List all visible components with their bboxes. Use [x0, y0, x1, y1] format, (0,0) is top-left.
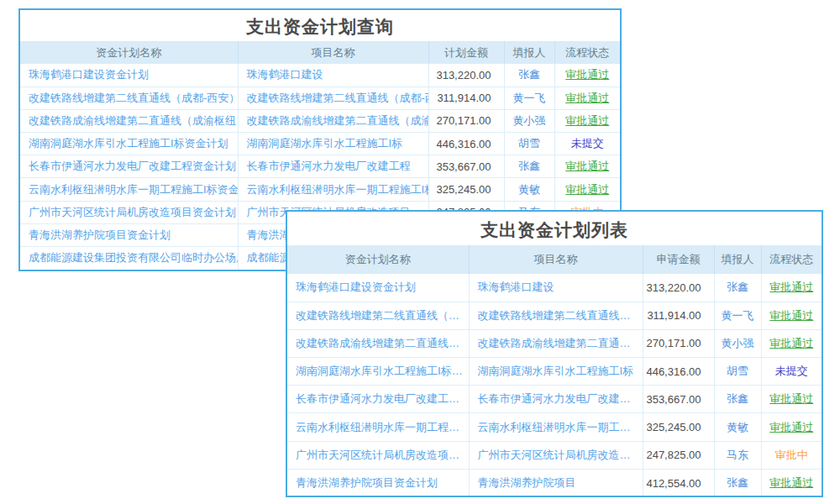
amount-cell: 311,914.00 [428, 87, 504, 109]
list-table: 资金计划名称 项目名称 申请金额 填报人 流程状态 珠海鹤港口建设资金计划 珠海… [287, 245, 822, 497]
project-name-link[interactable]: 长春市伊通河水力发电厂改建工程 [238, 155, 428, 178]
amount-cell: 325,245.00 [428, 178, 504, 201]
table-row: 改建铁路线增建第二线直通线（成都-西安）电力 改建铁路线增建第二线直通线（成都-… [20, 87, 620, 109]
amount-cell: 353,667.00 [428, 155, 504, 178]
table-row: 青海洪湖养护院项目资金计划 青海洪湖养护院项目 412,554.00 张鑫 审批… [287, 469, 822, 496]
amount-cell: 270,171.00 [643, 329, 714, 357]
project-name-link[interactable]: 湖南洞庭湖水库引水工程施工I标 [469, 358, 643, 386]
reporter-cell: 黄一飞 [714, 302, 761, 329]
table-row: 广州市天河区统计局机房改造项目资金计划 广州市天河区统计局机房改造项目 247,… [287, 441, 822, 469]
project-name-link[interactable]: 广州市天河区统计局机房改造项目 [469, 441, 643, 469]
header-row: 资金计划名称 项目名称 申请金额 填报人 流程状态 [287, 245, 822, 274]
table-row: 珠海鹤港口建设资金计划 珠海鹤港口建设 313,220.00 张鑫 审批通过 [20, 64, 620, 87]
status-link[interactable]: 审批通过 [761, 274, 822, 302]
col-header-apply-amount: 申请金额 [643, 245, 714, 274]
status-link[interactable]: 审批通过 [761, 413, 822, 441]
amount-cell: 270,171.00 [428, 109, 504, 132]
reporter-cell: 张鑫 [504, 64, 554, 87]
project-name-link[interactable]: 云南水利枢纽潜明水库一期工程施工I标 [238, 178, 428, 201]
status-link[interactable]: 审批通过 [761, 302, 822, 329]
status-link[interactable]: 审批通过 [554, 87, 620, 109]
status-link[interactable]: 审批通过 [554, 109, 620, 132]
table-row: 湖南洞庭湖水库引水工程施工I标资金计划 湖南洞庭湖水库引水工程施工I标 446,… [20, 133, 620, 155]
reporter-cell: 马东 [714, 441, 761, 469]
plan-name-link[interactable]: 长春市伊通河水力发电厂改建工程资金计划 [20, 155, 238, 178]
amount-cell: 313,220.00 [428, 64, 504, 87]
reporter-cell: 张鑫 [714, 274, 761, 302]
amount-cell: 446,316.00 [428, 133, 504, 155]
plan-name-link[interactable]: 改建铁路线增建第二线直通线（成都-西安）电力 [20, 87, 238, 109]
project-name-link[interactable]: 长春市伊通河水力发电厂改建工程 [469, 386, 643, 413]
plan-name-link[interactable]: 改建铁路成渝线增建第二直通线（成渝枢纽）电 [20, 109, 238, 132]
reporter-cell: 胡雪 [714, 358, 761, 386]
plan-name-link[interactable]: 广州市天河区统计局机房改造项目资金计划 [20, 201, 238, 223]
col-header-plan-amount: 计划金额 [428, 41, 504, 64]
reporter-cell: 黄敏 [504, 178, 554, 201]
plan-name-link[interactable]: 云南水利枢纽潜明水库一期工程施工I标资金计划 [20, 178, 238, 201]
plan-name-link[interactable]: 青海洪湖养护院项目资金计划 [287, 469, 469, 496]
status-link[interactable]: 未提交 [554, 133, 620, 155]
header-row: 资金计划名称 项目名称 计划金额 填报人 流程状态 [20, 41, 620, 64]
plan-name-link[interactable]: 改建铁路成渝线增建第二直通线（成渝枢纽）电 [287, 329, 469, 357]
col-header-project-name: 项目名称 [469, 245, 643, 274]
reporter-cell: 黄敏 [714, 413, 761, 441]
plan-name-link[interactable]: 云南水利枢纽潜明水库一期工程施工I标资金计划 [287, 413, 469, 441]
table-row: 改建铁路成渝线增建第二直通线（成渝枢纽）电 改建铁路成渝线增建第二直通线（成渝枢… [287, 329, 822, 357]
plan-name-link[interactable]: 改建铁路线增建第二线直通线（成都-西安）电力 [287, 302, 469, 329]
plan-name-link[interactable]: 青海洪湖养护院项目资金计划 [20, 223, 238, 246]
project-name-link[interactable]: 云南水利枢纽潜明水库一期工程施工I标 [469, 413, 643, 441]
table-row: 改建铁路线增建第二线直通线（成都-西安）电力 改建铁路线增建第二线直通线（成都-… [287, 302, 822, 329]
status-link[interactable]: 审批通过 [554, 64, 620, 87]
plan-name-link[interactable]: 湖南洞庭湖水库引水工程施工I标资金计划 [287, 358, 469, 386]
project-name-link[interactable]: 改建铁路成渝线增建第二直通线（成渝枢纽 [469, 329, 643, 357]
project-name-link[interactable]: 青海洪湖养护院项目 [469, 469, 643, 496]
project-name-link[interactable]: 改建铁路线增建第二线直通线（成都-西安 [469, 302, 643, 329]
query-table-header: 资金计划名称 项目名称 计划金额 填报人 流程状态 [20, 41, 620, 64]
reporter-cell: 张鑫 [714, 386, 761, 413]
col-header-status: 流程状态 [761, 245, 822, 274]
plan-name-link[interactable]: 长春市伊通河水力发电厂改建工程资金计划 [287, 386, 469, 413]
reporter-cell: 张鑫 [714, 469, 761, 496]
col-header-status: 流程状态 [554, 41, 620, 64]
expense-plan-list-panel: 支出资金计划列表 资金计划名称 项目名称 申请金额 填报人 流程状态 珠海鹤港口… [286, 210, 823, 497]
col-header-reporter: 填报人 [504, 41, 554, 64]
status-link[interactable]: 未提交 [761, 358, 822, 386]
status-link[interactable]: 审批通过 [554, 155, 620, 178]
amount-cell: 353,667.00 [643, 386, 714, 413]
col-header-plan-name: 资金计划名称 [20, 41, 238, 64]
project-name-link[interactable]: 改建铁路线增建第二线直通线（成都-西安 [238, 87, 428, 109]
list-table-header: 资金计划名称 项目名称 申请金额 填报人 流程状态 [287, 245, 822, 274]
status-link[interactable]: 审批中 [761, 441, 822, 469]
amount-cell: 412,554.00 [643, 469, 714, 496]
amount-cell: 325,245.00 [643, 413, 714, 441]
table-row: 改建铁路成渝线增建第二直通线（成渝枢纽）电 改建铁路成渝线增建第二直通线（成渝枢… [20, 109, 620, 132]
amount-cell: 446,316.00 [643, 358, 714, 386]
amount-cell: 313,220.00 [643, 274, 714, 302]
reporter-cell: 胡雪 [504, 133, 554, 155]
table-row: 长春市伊通河水力发电厂改建工程资金计划 长春市伊通河水力发电厂改建工程 353,… [20, 155, 620, 178]
project-name-link[interactable]: 改建铁路成渝线增建第二直通线（成渝枢纽 [238, 109, 428, 132]
query-panel-title: 支出资金计划查询 [20, 10, 620, 41]
plan-name-link[interactable]: 珠海鹤港口建设资金计划 [287, 274, 469, 302]
table-row: 长春市伊通河水力发电厂改建工程资金计划 长春市伊通河水力发电厂改建工程 353,… [287, 386, 822, 413]
project-name-link[interactable]: 珠海鹤港口建设 [238, 64, 428, 87]
reporter-cell: 张鑫 [504, 155, 554, 178]
status-link[interactable]: 审批通过 [761, 386, 822, 413]
list-panel-title: 支出资金计划列表 [287, 212, 822, 245]
reporter-cell: 黄小强 [714, 329, 761, 357]
col-header-project-name: 项目名称 [238, 41, 428, 64]
status-link[interactable]: 审批通过 [761, 469, 822, 496]
plan-name-link[interactable]: 成都能源建设集团投资有限公司临时办公场所装 [20, 247, 238, 270]
table-row: 云南水利枢纽潜明水库一期工程施工I标资金计划 云南水利枢纽潜明水库一期工程施工I… [287, 413, 822, 441]
status-link[interactable]: 审批通过 [761, 329, 822, 357]
plan-name-link[interactable]: 珠海鹤港口建设资金计划 [20, 64, 238, 87]
plan-name-link[interactable]: 湖南洞庭湖水库引水工程施工I标资金计划 [20, 133, 238, 155]
status-link[interactable]: 审批通过 [554, 178, 620, 201]
plan-name-link[interactable]: 广州市天河区统计局机房改造项目资金计划 [287, 441, 469, 469]
project-name-link[interactable]: 湖南洞庭湖水库引水工程施工I标 [238, 133, 428, 155]
reporter-cell: 黄一飞 [504, 87, 554, 109]
table-row: 云南水利枢纽潜明水库一期工程施工I标资金计划 云南水利枢纽潜明水库一期工程施工I… [20, 178, 620, 201]
amount-cell: 311,914.00 [643, 302, 714, 329]
project-name-link[interactable]: 珠海鹤港口建设 [469, 274, 643, 302]
col-header-reporter: 填报人 [714, 245, 761, 274]
